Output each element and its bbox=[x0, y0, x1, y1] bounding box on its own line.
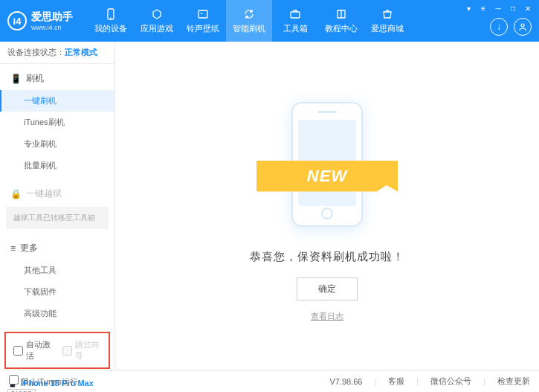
nav-my-device[interactable]: 我的设备 bbox=[88, 0, 134, 42]
close-icon[interactable]: ✕ bbox=[521, 3, 535, 13]
nav-tutorials[interactable]: 教程中心 bbox=[318, 0, 364, 42]
main-content: NEW 恭喜您，保资料刷机成功啦！ 确定 查看日志 bbox=[115, 42, 539, 370]
phone-icon bbox=[104, 7, 117, 21]
sidebar: 设备连接状态：正常模式 📱刷机 一键刷机 iTunes刷机 专业刷机 批量刷机 … bbox=[0, 42, 115, 370]
logo-title: 爱思助手 bbox=[31, 10, 73, 24]
svg-point-5 bbox=[521, 24, 524, 27]
skin-icon[interactable]: ≡ bbox=[477, 3, 490, 13]
sidebar-item-oneclick[interactable]: 一键刷机 bbox=[0, 90, 114, 112]
nav-apps[interactable]: 应用游戏 bbox=[134, 0, 180, 42]
section-jailbreak: 🔒一键越狱 bbox=[0, 182, 114, 205]
sidebar-item-pro[interactable]: 专业刷机 bbox=[0, 133, 114, 155]
options-row: 自动激活 跳过向导 bbox=[4, 332, 110, 369]
sidebar-item-other[interactable]: 其他工具 bbox=[0, 260, 114, 281]
new-ribbon: NEW bbox=[256, 161, 398, 192]
list-icon: ≡ bbox=[10, 243, 16, 254]
menu-icon[interactable]: ▾ bbox=[462, 3, 475, 13]
footer-update[interactable]: 检查更新 bbox=[497, 376, 530, 387]
section-flash[interactable]: 📱刷机 bbox=[0, 67, 114, 90]
jailbreak-note: 越狱工具已转移至工具箱 bbox=[6, 207, 109, 229]
version-label: V7.98.66 bbox=[329, 377, 362, 386]
bag-icon bbox=[381, 7, 394, 21]
nav-flash[interactable]: 智能刷机 bbox=[226, 0, 272, 42]
image-icon bbox=[196, 7, 210, 21]
svg-rect-4 bbox=[291, 12, 300, 18]
nav-store[interactable]: 爱思商城 bbox=[364, 0, 410, 42]
success-message: 恭喜您，保资料刷机成功啦！ bbox=[250, 250, 404, 264]
cb-block-itunes[interactable]: 阻止iTunes运行 bbox=[9, 375, 78, 388]
device-status: 设备连接状态：正常模式 bbox=[0, 42, 114, 64]
section-more[interactable]: ≡更多 bbox=[0, 237, 114, 260]
refresh-icon bbox=[242, 7, 256, 21]
app-logo: i4 爱思助手 www.i4.cn bbox=[7, 10, 73, 31]
sidebar-item-download[interactable]: 下载固件 bbox=[0, 281, 114, 303]
phone-small-icon: 📱 bbox=[10, 74, 22, 84]
logo-icon: i4 bbox=[7, 11, 27, 30]
logo-url: www.i4.cn bbox=[31, 24, 73, 31]
success-illustration: NEW bbox=[256, 90, 398, 239]
cb-auto-activate[interactable]: 自动激活 bbox=[13, 339, 52, 362]
footer-wechat[interactable]: 微信公众号 bbox=[430, 376, 471, 387]
svg-point-3 bbox=[201, 13, 202, 14]
top-nav: 我的设备 应用游戏 铃声壁纸 智能刷机 工具箱 教程中心 爱思商城 bbox=[88, 0, 410, 42]
app-header: i4 爱思助手 www.i4.cn 我的设备 应用游戏 铃声壁纸 智能刷机 工具… bbox=[0, 0, 539, 42]
footer-support[interactable]: 客服 bbox=[388, 376, 404, 387]
nav-ringtones[interactable]: 铃声壁纸 bbox=[180, 0, 226, 42]
svg-point-1 bbox=[110, 17, 112, 19]
download-button[interactable]: ↓ bbox=[490, 18, 508, 36]
lock-icon: 🔒 bbox=[10, 189, 22, 199]
device-storage: 512GB bbox=[7, 389, 36, 392]
svg-rect-2 bbox=[199, 10, 207, 18]
user-button[interactable] bbox=[514, 18, 532, 36]
ok-button[interactable]: 确定 bbox=[297, 277, 358, 301]
toolbox-icon bbox=[288, 7, 302, 21]
apps-icon bbox=[150, 7, 164, 21]
window-controls: ▾ ≡ ─ □ ✕ bbox=[462, 3, 535, 13]
cb-skip-guide[interactable]: 跳过向导 bbox=[62, 339, 101, 362]
sidebar-item-batch[interactable]: 批量刷机 bbox=[0, 155, 114, 176]
book-icon bbox=[335, 7, 348, 21]
view-log-link[interactable]: 查看日志 bbox=[311, 311, 343, 322]
nav-toolbox[interactable]: 工具箱 bbox=[272, 0, 318, 42]
sidebar-item-itunes[interactable]: iTunes刷机 bbox=[0, 112, 114, 133]
minimize-icon[interactable]: ─ bbox=[491, 3, 505, 13]
maximize-icon[interactable]: □ bbox=[506, 3, 520, 13]
sidebar-item-advanced[interactable]: 高级功能 bbox=[0, 303, 114, 324]
